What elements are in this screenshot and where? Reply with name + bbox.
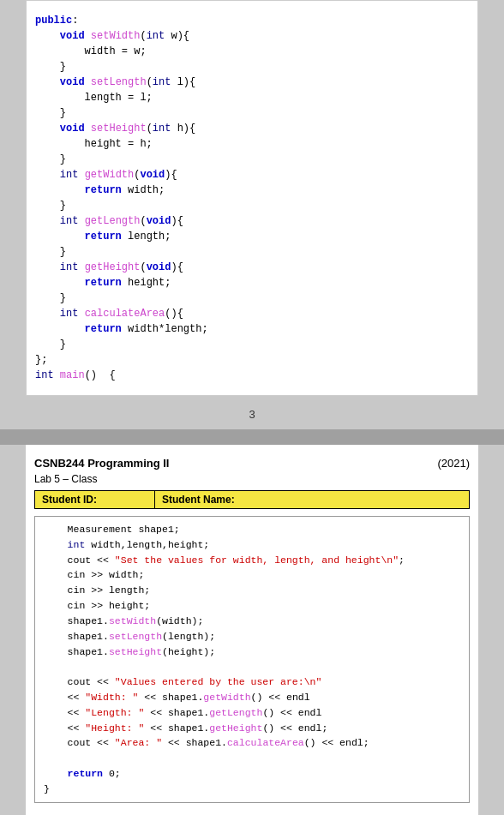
description-text: Continue from the program given in Activ… [26,812,478,815]
divider-bar [0,429,504,445]
top-code-section: public: void setWidth(int w){ width = w;… [26,0,478,396]
student-name-cell: Student Name: [155,491,469,508]
page-number: 3 [0,396,504,429]
lab-subtitle: Lab 5 – Class [26,473,478,485]
course-year: (2021) [437,457,470,470]
course-header: CSNB244 Programming II (2021) [26,457,478,470]
student-info-bar: Student ID: Student Name: [34,490,470,509]
student-id-cell: Student ID: [35,491,155,508]
bottom-code-block: Measurement shape1; int width,length,hei… [44,522,460,797]
bottom-code-box: Measurement shape1; int width,length,hei… [34,516,470,803]
top-code-block: public: void setWidth(int w){ width = w;… [27,9,477,387]
bottom-section: CSNB244 Programming II (2021) Lab 5 – Cl… [26,445,478,815]
page-wrapper: public: void setWidth(int w){ width = w;… [0,0,504,815]
course-title: CSNB244 Programming II [34,457,170,470]
